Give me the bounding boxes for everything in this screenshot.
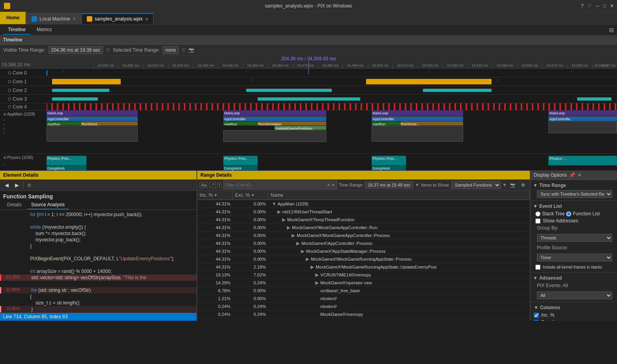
settings-button[interactable]: ⚙ xyxy=(519,181,527,189)
function-list-radio[interactable] xyxy=(566,211,571,217)
details-subtab[interactable]: Details xyxy=(3,201,26,209)
pix-events-select[interactable]: All xyxy=(537,291,612,299)
td-inc: 44.31% xyxy=(197,224,233,231)
table-row[interactable]: 0.24% 0.24% MockGameX!memcpy xyxy=(197,310,530,318)
source-analysis-subtab[interactable]: Source Analysis xyxy=(27,201,69,209)
table-row[interactable]: 44.31% 0.00% ▶ MockGameX!MockGameAppCont… xyxy=(197,224,530,231)
table-row[interactable]: 44.31% 0.00% ▶ MockGameX!MockGameAppCont… xyxy=(197,231,530,239)
td-name: ucrtbase!_free_base xyxy=(268,287,530,294)
tab-samples-analysis[interactable]: samples_analysis.wpix ✕ xyxy=(82,13,153,24)
tab-local-machine-close[interactable]: ✕ xyxy=(73,17,76,21)
filter-box: ✕ ▼ xyxy=(223,181,337,189)
table-row[interactable]: 6.78% 0.00% ucrtbase!_free_base xyxy=(197,287,530,295)
profile-source-label: Profile Source: xyxy=(537,245,568,250)
table-row[interactable]: 44.31% 0.00% ▶ MockGameX!MockGameRunning… xyxy=(197,255,530,263)
ruler-mark: 19,390 ms xyxy=(93,63,118,68)
subtab-timeline[interactable]: Timeline xyxy=(3,25,30,35)
selected-range-value[interactable]: none xyxy=(163,46,179,54)
help-button[interactable]: ? xyxy=(581,3,584,9)
expand-icon[interactable]: ▶ xyxy=(286,225,291,230)
col-exc-checkbox[interactable] xyxy=(534,320,539,321)
table-row[interactable]: 44.31% 0.00% ▶ MockGameX!TempThreadFunct… xyxy=(197,216,530,224)
core-2-row: Core 2 xyxy=(0,86,617,95)
td-exc: 0.00% xyxy=(233,224,268,231)
table-row[interactable]: 0.24% 0.24% ntoskrnl! xyxy=(197,302,530,310)
td-inc: 44.31% xyxy=(197,209,233,215)
screenshot-button[interactable]: 📷 xyxy=(509,181,517,189)
forward-button[interactable]: ▶ xyxy=(13,181,21,189)
panel-expand-icon[interactable]: ⊟ xyxy=(609,27,614,33)
event-list-section-header[interactable]: ▼ Event List xyxy=(531,202,617,210)
td-inc: 44.31% xyxy=(197,256,233,262)
subtab-metrics-label: Metrics xyxy=(37,27,52,32)
expand-icon[interactable]: ▶ xyxy=(277,209,281,215)
expand-icon[interactable]: ▼ xyxy=(272,201,277,207)
filter-not[interactable]: ! xyxy=(217,182,222,188)
col-inc-checkbox[interactable] xyxy=(534,313,539,318)
table-row[interactable]: 44.31% 0.00% ▶ ntd11!RtlUserThreadStart xyxy=(197,208,530,216)
table-row[interactable]: 44.31% 2.18% ▶ MockGameX!MockGameRunning… xyxy=(197,263,530,271)
table-row[interactable]: 0.24% 0.24% MockGameX!operator delete xyxy=(197,318,530,321)
filter-input[interactable] xyxy=(225,183,327,187)
expand-icon[interactable]: ▶ xyxy=(291,233,295,238)
td-exc: 2.18% xyxy=(233,264,268,270)
stack-tree-radio[interactable] xyxy=(535,211,540,217)
tab-home[interactable]: Home xyxy=(0,11,26,24)
table-row[interactable]: 44.31% 0.00% ▼ AppMain (1028) xyxy=(197,200,530,208)
table-row[interactable]: 14.29% 0.24% ▶ MockGameX!operator new xyxy=(197,279,530,287)
profile-source-select[interactable]: Timer xyxy=(537,254,612,261)
filter-aa[interactable]: Aa xyxy=(200,182,208,188)
back-button[interactable]: ◀ xyxy=(2,181,11,189)
time-range-section-header[interactable]: ▼ Time Range xyxy=(531,181,617,189)
group-by-select[interactable]: Threads xyxy=(537,234,612,242)
favorite-button[interactable]: ♡ xyxy=(587,3,592,9)
time-range-select[interactable]: Sync with Timeline's Selected Ran xyxy=(537,190,612,198)
ruler-mark: 19,560 ms xyxy=(517,63,542,68)
expand-icon[interactable]: ▶ xyxy=(300,248,305,254)
filter-down-icon[interactable]: ▼ xyxy=(331,183,335,187)
table-row[interactable]: 1.21% 0.00% ntoskrnl! xyxy=(197,295,530,302)
table-row[interactable]: 19.13% 7.02% ▶ VCRUNTIME140!memcpy xyxy=(197,271,530,279)
time-range-filter-icon[interactable]: ▼ xyxy=(415,182,419,188)
subtab-metrics[interactable]: Metrics xyxy=(32,25,57,35)
ruler-mark: 19,550 ms xyxy=(492,63,517,68)
columns-section-header[interactable]: ▼ Columns xyxy=(534,304,614,312)
close-button[interactable]: ✕ xyxy=(610,3,614,9)
items-select[interactable]: Sampled Functions xyxy=(451,181,501,189)
show-addresses-checkbox[interactable] xyxy=(535,218,540,224)
tab-local-machine[interactable]: Local Machine ✕ xyxy=(26,13,80,24)
details-action-button[interactable]: ⊡ xyxy=(25,181,34,189)
core-2-content xyxy=(47,86,617,94)
table-row[interactable]: 44.31% 0.00% ▶ MockGameX!AppController::… xyxy=(197,239,530,247)
expand-icon[interactable]: ▶ xyxy=(310,264,314,270)
col-inc-label: Inc. % xyxy=(541,312,554,318)
display-options-pin[interactable]: 📌 xyxy=(569,172,575,178)
kernel-frames-checkbox[interactable] xyxy=(535,265,540,270)
subtab-bar: Timeline Metrics ⊟ xyxy=(0,24,617,35)
filter-regex[interactable]: .* xyxy=(209,182,215,188)
time-range-value[interactable]: 18.37 ms at 19.48 sec xyxy=(365,181,413,189)
expand-icon[interactable]: ▶ xyxy=(295,241,300,246)
visible-range-value[interactable]: 204.36 ms at 19.39 sec xyxy=(49,46,103,54)
expand-icon[interactable]: ▶ xyxy=(314,272,319,278)
table-row[interactable]: 44.31% 0.00% ▶ MockGameX!AppStateManager… xyxy=(197,247,530,255)
expand-icon[interactable]: ▶ xyxy=(305,256,310,262)
filter-icon[interactable]: ▽ xyxy=(106,47,110,53)
filter-clear-icon[interactable]: ✕ xyxy=(327,182,331,188)
th-name[interactable]: Name xyxy=(268,191,530,200)
camera-icon[interactable]: 📷 xyxy=(189,47,194,53)
range-details-panel: Range Details Aa .* ! ✕ ▼ Time Range: 18… xyxy=(197,171,530,321)
display-options-close[interactable]: ✕ xyxy=(578,172,581,178)
expand-icon[interactable]: ▶ xyxy=(281,217,286,222)
advanced-section-header[interactable]: ▼ Advanced xyxy=(531,274,617,282)
minimize-button[interactable]: ─ xyxy=(596,3,599,9)
expand-icon[interactable]: ▶ xyxy=(314,280,319,286)
td-exc: 0.24% xyxy=(233,303,268,310)
tab-samples-close[interactable]: ✕ xyxy=(145,17,148,21)
maximize-button[interactable]: □ xyxy=(603,3,606,9)
th-exc[interactable]: Exc. % ▼ xyxy=(233,191,268,200)
items-filter-icon[interactable]: ▼ xyxy=(502,182,507,188)
table-header: Inc. % ▼ Exc. % ▼ Name xyxy=(197,191,530,200)
selected-filter-icon[interactable]: ▽ xyxy=(182,47,185,53)
th-inc[interactable]: Inc. % ▼ xyxy=(197,191,233,200)
